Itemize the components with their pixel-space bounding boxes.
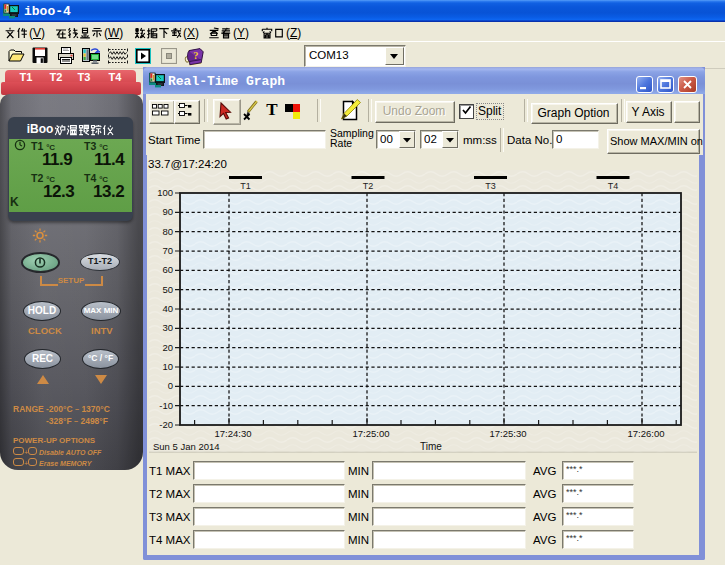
svg-text:T3: T3 xyxy=(485,181,496,191)
svg-text:10: 10 xyxy=(162,361,173,372)
svg-text:80: 80 xyxy=(162,226,173,237)
svg-text:Time: Time xyxy=(420,441,442,452)
svg-text:T1: T1 xyxy=(240,181,251,191)
svg-text:90: 90 xyxy=(162,206,173,217)
svg-text:-20: -20 xyxy=(159,419,173,430)
svg-text:100: 100 xyxy=(157,187,173,198)
svg-text:Sun 5 Jan 2014: Sun 5 Jan 2014 xyxy=(153,441,220,452)
svg-text:17:26:00: 17:26:00 xyxy=(628,428,665,439)
svg-text:?: ? xyxy=(193,50,198,61)
svg-text:0: 0 xyxy=(168,380,173,391)
svg-text:17:25:00: 17:25:00 xyxy=(353,428,390,439)
svg-text:70: 70 xyxy=(162,245,173,256)
svg-text:17:25:30: 17:25:30 xyxy=(490,428,527,439)
svg-text:20: 20 xyxy=(162,342,173,353)
svg-text:40: 40 xyxy=(162,303,173,314)
svg-text:30: 30 xyxy=(162,322,173,333)
svg-text:60: 60 xyxy=(162,264,173,275)
svg-text:T4: T4 xyxy=(608,181,619,191)
svg-text:17:24:30: 17:24:30 xyxy=(215,428,252,439)
svg-text:T2: T2 xyxy=(363,181,374,191)
svg-text:50: 50 xyxy=(162,284,173,295)
svg-text:-10: -10 xyxy=(159,400,173,411)
